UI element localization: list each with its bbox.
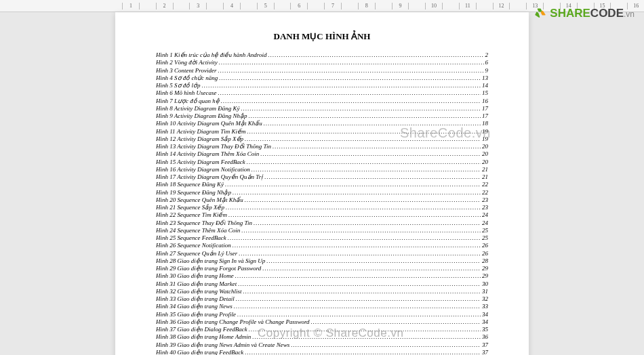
toc-leader-dots [252,333,481,341]
logo-ext: .vn [624,9,635,19]
toc-label: Hình 37 Giao diện Dialog FeedBack [156,326,249,333]
toc-page-number: 36 [481,333,488,341]
toc-leader-dots [262,265,481,272]
toc-row: Hình 38 Giao diện trang Home Admin36 [156,333,488,341]
toc-row: Hình 19 Sequence Đăng Nhập22 [156,189,488,196]
ruler-mark: 9 [392,3,409,9]
toc-row: Hình 3 Content Provider9 [156,67,488,75]
toc-leader-dots [268,51,484,59]
toc-page-number: 21 [481,166,488,173]
toc-row: Hình 36 Giao diện trang Change Profile v… [156,318,488,326]
toc-row: Hình 1 Kiến trúc của hệ điều hành Androi… [156,51,488,59]
toc-leader-dots [219,75,481,82]
toc-row: Hình 28 Giao diện trang Sign In và Sign … [156,257,488,265]
toc-row: Hình 30 Giao diện trang Home29 [156,272,488,280]
toc-label: Hình 4 Sơ đồ chức năng [156,75,219,82]
toc-row: Hình 37 Giao diện Dialog FeedBack35 [156,326,488,333]
toc-page-number: 31 [481,288,488,295]
ruler-mark [139,3,156,9]
toc-label: Hình 36 Giao diện trang Change Profile v… [156,318,311,326]
toc-leader-dots [311,318,481,326]
ruler-mark [375,3,392,9]
toc-page-number: 21 [481,173,488,181]
toc-leader-dots [235,272,481,280]
toc-label: Hình 26 Sequence Notification [156,242,233,249]
toc-page-number: 17 [481,112,488,120]
ruler-mark: 8 [358,3,375,9]
toc-leader-dots [225,181,481,188]
toc-page-number: 9 [484,67,489,75]
toc-leader-dots [249,326,481,333]
toc-label: Hình 29 Giao diện trang Forgot Password [156,265,262,272]
ruler-mark [307,3,324,9]
toc-leader-dots [233,242,481,249]
toc-leader-dots [273,143,481,150]
toc-page-number: 34 [481,311,488,318]
toc-row: Hình 25 Sequence FeedBack25 [156,234,488,242]
toc-page-number: 19 [481,128,488,135]
toc-page-number: 24 [481,220,488,227]
toc-label: Hình 33 Giao diện trang Detail [156,295,236,303]
toc-page-number: 20 [481,159,488,166]
ruler-mark: 11 [459,3,476,9]
toc-row: Hình 6 Mô hình Usecase15 [156,89,488,97]
toc-page-number: 25 [481,227,488,234]
ruler-mark [442,3,459,9]
toc-row: Hình 13 Activity Diagram Thay Đổi Thông … [156,143,488,150]
toc-row: Hình 34 Giao diện trang News33 [156,303,488,310]
recycle-icon [534,7,547,20]
toc-page-number: 37 [481,341,488,349]
toc-leader-dots [266,257,481,265]
toc-leader-dots [221,98,481,105]
toc-label: Hình 3 Content Provider [156,67,218,75]
toc-label: Hình 18 Sequence Đăng Ký [156,181,225,188]
toc-label: Hình 8 Activity Diagram Đăng Ký [156,105,241,112]
toc-leader-dots [234,303,481,310]
toc-leader-dots [228,234,481,242]
toc-row: Hình 40 Giao diện trang FeedBack37 [156,349,488,355]
toc-row: Hình 14 Activity Diagram Thêm Xóa Coin20 [156,150,488,158]
ruler-mark: 12 [493,3,510,9]
toc-label: Hình 2 Vòng đời Activity [156,59,219,66]
toc-label: Hình 7 Lược đồ quan hệ [156,98,221,105]
toc-label: Hình 28 Giao diện trang Sign In và Sign … [156,257,266,265]
toc-page-number: 2 [484,51,489,59]
toc-leader-dots [236,295,481,303]
logo-text-dark: CODE [590,7,624,20]
toc-row: Hình 12 Activity Diagram Sắp Xếp19 [156,135,488,143]
toc-row: Hình 7 Lược đồ quan hệ16 [156,98,488,105]
toc-leader-dots [264,173,481,181]
toc-row: Hình 29 Giao diện trang Forgot Password2… [156,265,488,272]
toc-label: Hình 5 Sơ đồ lớp [156,82,202,89]
toc-page-number: 22 [481,181,488,188]
toc-label: Hình 35 Giao diện trang Profile [156,311,237,318]
document-page: DANH MỤC HÌNH ẢNH Hình 1 Kiến trúc của h… [115,12,529,355]
toc-leader-dots [241,105,481,112]
page-title: DANH MỤC HÌNH ẢNH [156,31,488,42]
toc-label: Hình 22 Sequence Tìm Kiếm [156,211,228,219]
toc-leader-dots [239,250,481,257]
toc-page-number: 23 [481,196,488,204]
toc-label: Hình 9 Activity Diagram Đăng Nhập [156,112,249,120]
table-of-figures: Hình 1 Kiến trúc của hệ điều hành Androi… [156,51,488,355]
toc-page-number: 20 [481,150,488,158]
ruler-mark [240,3,257,9]
toc-label: Hình 13 Activity Diagram Thay Đổi Thông … [156,143,273,150]
toc-row: Hình 8 Activity Diagram Đăng Ký17 [156,105,488,112]
toc-leader-dots [264,120,481,127]
toc-row: Hình 39 Giao diện trang News Admin và Cr… [156,341,488,349]
ruler-mark: 3 [189,3,206,9]
toc-label: Hình 17 Activity Diagram Quyền Quản Trị [156,173,264,181]
ruler-mark [274,3,291,9]
toc-label: Hình 23 Sequence Thay Đổi Thông Tin [156,220,254,227]
ruler-mark [476,3,493,9]
toc-page-number: 24 [481,211,488,219]
toc-page-number: 33 [481,303,488,310]
toc-label: Hình 32 Giao diện trang Watchlist [156,288,243,295]
toc-page-number: 34 [481,318,488,326]
toc-row: Hình 5 Sơ đồ lớp14 [156,82,488,89]
toc-page-number: 16 [481,98,488,105]
toc-leader-dots [218,89,481,97]
toc-page-number: 15 [481,89,488,97]
toc-row: Hình 17 Activity Diagram Quyền Quản Trị2… [156,173,488,181]
